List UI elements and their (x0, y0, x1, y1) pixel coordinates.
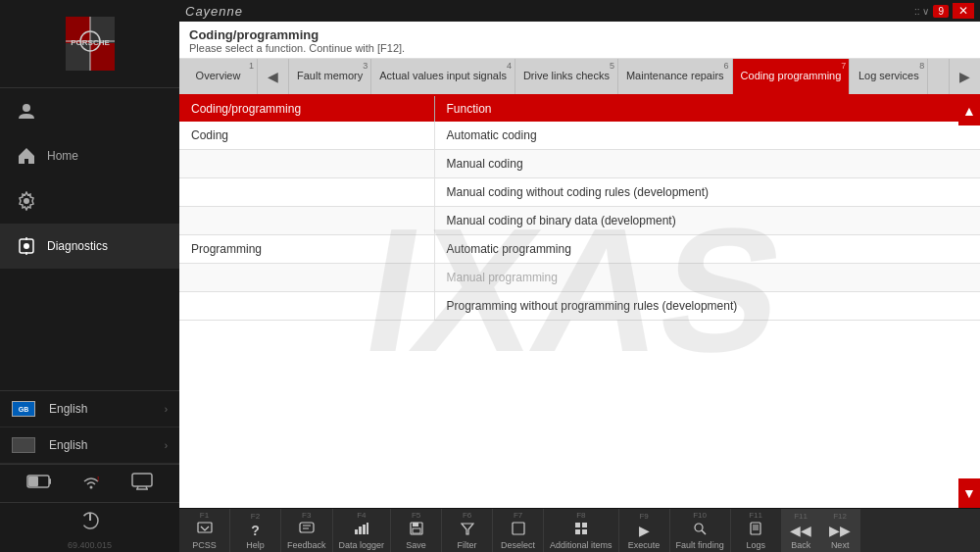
fault-finding-fkey: F10 (693, 511, 707, 520)
table-cell-function: Manual coding of binary data (developmen… (434, 207, 980, 235)
toolbar-logs-button[interactable]: F11 Logs (731, 509, 782, 552)
table-cell-function: Manual coding (434, 150, 980, 178)
data-logger-icon (354, 522, 369, 538)
svg-rect-40 (575, 529, 580, 534)
fault-finding-icon (693, 522, 707, 538)
toolbar-help-button[interactable]: F2 ? Help (230, 509, 281, 552)
table-row[interactable]: Manual coding (179, 150, 980, 178)
toolbar-back-button[interactable]: F11 ◀◀ Back (782, 509, 821, 552)
toolbar-deselect-button[interactable]: F7 Deselect (493, 509, 544, 552)
toolbar-data-logger-button[interactable]: F4 Data logger (333, 509, 392, 552)
tab-maintenance-label: Maintenance repairs (626, 70, 724, 82)
tab-coding-programming-label: Coding programming (741, 70, 842, 82)
table-row[interactable]: CodingAutomatic coding (179, 122, 980, 150)
tab-maintenance[interactable]: Maintenance repairs 6 (618, 59, 733, 94)
display-icon (131, 473, 153, 494)
sidebar-lang-keyboard[interactable]: English › (0, 427, 179, 464)
svg-rect-36 (413, 528, 420, 533)
svg-rect-38 (575, 523, 580, 527)
filter-fkey: F6 (463, 511, 471, 520)
table-cell-category: Programming (179, 235, 434, 264)
logs-fkey: F11 (749, 511, 762, 520)
sidebar: PORSCHE Home Diagnostics (0, 0, 179, 552)
next-label: Next (831, 540, 850, 550)
table-row[interactable]: Programming without programming rules (d… (179, 292, 980, 321)
close-button[interactable]: ✕ (953, 3, 974, 19)
table-cell-category: Coding (179, 122, 434, 150)
help-icon: ? (251, 523, 260, 538)
sidebar-item-user[interactable] (0, 88, 179, 133)
save-label: Save (406, 540, 426, 550)
toolbar-filter-button[interactable]: F6 Filter (442, 509, 493, 552)
pcss-icon (197, 522, 213, 538)
sidebar-power[interactable] (0, 502, 179, 538)
svg-rect-16 (49, 478, 51, 484)
col2-header: Function (434, 96, 980, 122)
tab-drive-links[interactable]: Drive links checks 5 (515, 59, 618, 94)
toolbar-fault-finding-button[interactable]: F10 Fault finding (670, 509, 731, 552)
tab-forward-nav[interactable]: ▶ (949, 59, 980, 94)
gear-icon (16, 190, 37, 212)
sidebar-diagnostics-label: Diagnostics (47, 239, 108, 253)
svg-point-9 (23, 104, 30, 112)
help-fkey: F2 (251, 512, 260, 521)
sidebar-lang-flag[interactable]: English › (0, 391, 179, 427)
porsche-logo: PORSCHE (61, 12, 120, 75)
svg-line-43 (702, 530, 706, 534)
svg-rect-17 (28, 477, 38, 486)
chevron-right-icon: › (165, 404, 168, 415)
save-icon (410, 522, 423, 538)
additional-fkey: F8 (576, 511, 585, 520)
table-cell-category (179, 207, 434, 235)
table-row[interactable]: Manual coding of binary data (developmen… (179, 207, 980, 235)
toolbar-pcss-button[interactable]: F1 PCSS (179, 509, 230, 552)
tab-overview-label: Overview (196, 70, 241, 82)
data-logger-label: Data logger (339, 540, 385, 550)
tab-overview[interactable]: Overview 1 (179, 59, 258, 94)
tab-fault-memory[interactable]: Fault memory 3 (289, 59, 371, 94)
svg-point-42 (695, 524, 703, 531)
execute-label: Execute (628, 540, 661, 550)
scroll-down-button[interactable]: ▼ (958, 478, 980, 508)
deselect-fkey: F7 (514, 511, 522, 520)
power-icon (80, 511, 100, 530)
toolbar-next-button[interactable]: F12 ▶▶ Next (821, 509, 860, 552)
back-fkey: F11 (794, 512, 808, 521)
table-cell-function: Manual coding without coding rules (deve… (434, 178, 980, 207)
keyboard-icon (12, 437, 35, 453)
tab-actual-values-label: Actual values input signals (379, 70, 507, 82)
toolbar-save-button[interactable]: F5 Save (391, 509, 442, 552)
sidebar-item-settings[interactable] (0, 178, 179, 224)
sidebar-item-home[interactable]: Home (0, 133, 179, 178)
sidebar-status-bar: ! (0, 464, 179, 502)
lang-keyboard-label: English (49, 438, 87, 452)
tab-log-services[interactable]: Log services 8 (850, 59, 928, 94)
next-icon: ▶▶ (829, 523, 851, 538)
version-text: 69.400.015 (0, 538, 179, 552)
toolbar-additional-button[interactable]: F8 Additional items (544, 509, 619, 552)
svg-rect-31 (359, 527, 362, 534)
battery-icon (26, 475, 52, 492)
toolbar-feedback-button[interactable]: F3 Feedback (281, 509, 333, 552)
tab-back-nav[interactable]: ◀ (258, 59, 289, 94)
execute-icon: ▶ (639, 523, 650, 538)
tab-bar: Overview 1 ◀ Fault memory 3 Actual value… (179, 59, 980, 96)
pcss-label: PCSS (192, 540, 217, 550)
filter-icon (461, 522, 474, 538)
additional-icon (574, 522, 588, 538)
tab-coding-programming[interactable]: Coding programming 7 (733, 59, 851, 94)
scroll-up-button[interactable]: ▲ (958, 96, 980, 125)
home-icon (16, 145, 37, 167)
table-row[interactable]: Manual programming (179, 264, 980, 292)
table-cell-function: Automatic programming (434, 235, 980, 264)
table-row[interactable]: Manual coding without coding rules (deve… (179, 178, 980, 207)
toolbar-execute-button[interactable]: F9 ▶ Execute (619, 509, 670, 552)
svg-rect-35 (413, 523, 418, 527)
header: Coding/programming Please select a funct… (179, 22, 980, 59)
chevron-up-icon: ▲ (962, 103, 976, 119)
sidebar-item-diagnostics[interactable]: Diagnostics (0, 224, 179, 269)
svg-rect-32 (363, 525, 366, 534)
tab-actual-values[interactable]: Actual values input signals 4 (371, 59, 515, 94)
header-title: Coding/programming (189, 27, 970, 42)
table-row[interactable]: ProgrammingAutomatic programming (179, 235, 980, 264)
